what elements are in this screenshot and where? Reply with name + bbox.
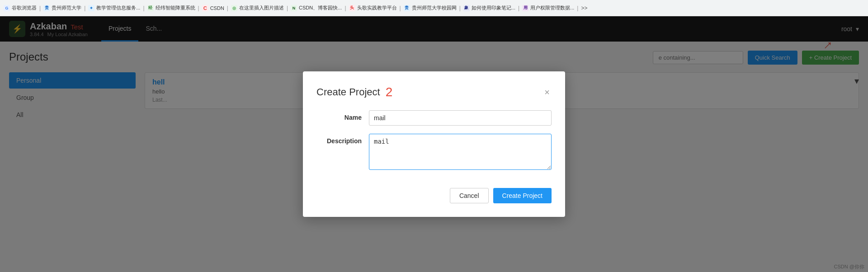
more-tabs[interactable]: >> (581, 5, 587, 11)
browser-tab-campus[interactable]: 贵 贵州师范大学校园网 (404, 5, 457, 11)
browser-tab-tougou[interactable]: 头 头歌实践教学平台 (349, 5, 397, 11)
modal-title: Create Project (316, 86, 380, 98)
browser-tab-csdn[interactable]: C CSDN (202, 5, 224, 11)
cancel-button[interactable]: Cancel (450, 188, 489, 203)
modal-close-button[interactable]: × (542, 87, 552, 98)
description-field-group: Description mail (316, 134, 552, 170)
tougou-icon: 头 (349, 5, 355, 11)
browser-bar: G 谷歌浏览器 | 贵 贵州师范大学 | ✦ 教学管理信息服务... | 经 经… (0, 0, 868, 16)
name-label: Name (316, 110, 362, 121)
teach-icon: ✦ (88, 5, 94, 11)
user-icon: 用 (522, 5, 528, 11)
create-project-submit-button[interactable]: Create Project (493, 188, 552, 203)
name-field-group: Name (316, 110, 552, 126)
campus-icon: 贵 (404, 5, 410, 11)
modal-header: Create Project 2 × (316, 85, 552, 99)
modal-overlay[interactable]: Create Project 2 × Name Description mail… (0, 16, 868, 272)
jingwei-icon: 经 (147, 5, 154, 11)
browser-tab-csdn2[interactable]: N CSDN、博客园快... (291, 5, 342, 11)
browser-tab-img[interactable]: ◎ 在这里插入图片描述 (231, 5, 284, 11)
modal-footer: Cancel Create Project (316, 181, 552, 203)
browser-tab-teach[interactable]: ✦ 教学管理信息服务... (88, 5, 140, 11)
csdn2-icon: N (291, 5, 297, 11)
browser-tab-guizhou[interactable]: 贵 贵州师范大学 (43, 5, 81, 11)
description-label: Description (316, 134, 362, 145)
browser-tab-evernote[interactable]: 象 如何使用印象笔记... (463, 5, 515, 11)
evernote-icon: 象 (463, 5, 470, 11)
browser-tab-google[interactable]: G 谷歌浏览器 (4, 5, 37, 11)
browser-tab-user[interactable]: 用 用户权限管理数据... (522, 5, 574, 11)
modal-step: 2 (386, 85, 393, 99)
guizhou-icon: 贵 (43, 5, 50, 11)
google-icon: G (4, 5, 10, 11)
project-name-input[interactable] (369, 110, 552, 126)
csdn-icon: C (202, 5, 208, 11)
img-icon: ◎ (231, 5, 237, 11)
browser-tab-jingwei[interactable]: 经 经纬智能降重系统 (147, 5, 195, 11)
create-project-modal: Create Project 2 × Name Description mail… (303, 71, 565, 217)
project-description-input[interactable]: mail (369, 134, 552, 170)
